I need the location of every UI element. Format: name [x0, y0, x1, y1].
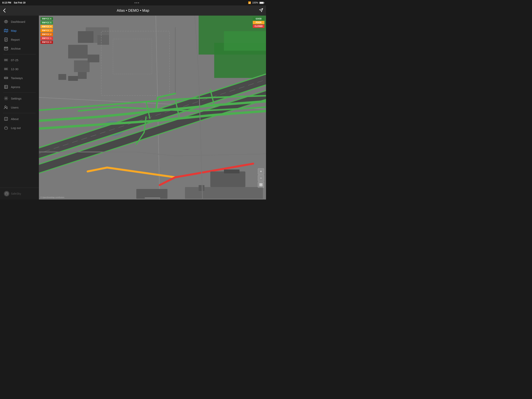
sidebar-nav: Dashboard Map: [0, 16, 39, 188]
legend-rwycc2: RWYCC 2: [40, 33, 53, 36]
sidebar-item-dashboard[interactable]: Dashboard: [0, 17, 39, 26]
legend-rwycc5: RWYCC 5: [40, 21, 53, 24]
map-icon: [4, 28, 8, 33]
status-time-date: 8:13 PM Sat Feb 19: [2, 1, 25, 4]
sidebar-label-aprons: Aprons: [11, 85, 20, 89]
users-icon: [4, 105, 8, 109]
sidebar-item-rwy-07-25[interactable]: 07-25: [0, 56, 39, 64]
map-area[interactable]: RWYCC 6 RWYCC 5 RWYCC 4 RWYCC 3 RWYCC 2 …: [39, 16, 266, 200]
sidebar-label-rwy-12-30: 12-30: [11, 67, 18, 71]
status-good: GOOD: [253, 17, 265, 20]
send-button[interactable]: [259, 8, 263, 13]
sidebar-label-settings: Settings: [11, 97, 21, 100]
svg-rect-40: [74, 60, 89, 72]
sidebar-label-about: About: [11, 117, 19, 121]
svg-rect-64: [261, 183, 262, 185]
svg-rect-58: [210, 171, 245, 187]
battery-percent: 100%: [252, 1, 258, 4]
apron-icon: [4, 85, 8, 89]
svg-rect-46: [224, 31, 266, 51]
svg-rect-8: [4, 47, 8, 48]
svg-rect-38: [97, 35, 109, 45]
sidebar-item-report[interactable]: Report: [0, 35, 39, 44]
svg-rect-62: [199, 185, 204, 191]
info-icon: [4, 117, 8, 121]
svg-rect-66: [261, 185, 262, 186]
svg-rect-65: [260, 185, 261, 186]
title-bar: Atlas • DEMO • Map: [0, 6, 266, 16]
sidebar-label-report: Report: [11, 38, 20, 41]
status-closed: CLOSED: [253, 25, 265, 28]
svg-rect-63: [260, 183, 261, 185]
status-legend: GOOD POOR CLOSED: [253, 17, 265, 28]
sidebar-label-users: Users: [11, 106, 19, 109]
sidebar-item-logout[interactable]: Log out: [0, 123, 39, 132]
sidebar: Dashboard Map: [0, 16, 39, 200]
rwycc-legend: RWYCC 6 RWYCC 5 RWYCC 4 RWYCC 3 RWYCC 2 …: [40, 17, 53, 44]
status-center-dots: [134, 2, 139, 3]
back-button[interactable]: [3, 8, 6, 13]
sidebar-label-archive: Archive: [11, 47, 21, 50]
sidebar-label-logout: Log out: [11, 126, 21, 129]
svg-rect-3: [5, 38, 7, 41]
zoom-out-button[interactable]: −: [258, 175, 264, 181]
sidebar-item-settings[interactable]: Settings: [0, 94, 39, 103]
svg-rect-60: [185, 187, 263, 199]
sidebar-label-rwy-07-25: 07-25: [11, 58, 18, 62]
svg-rect-61: [136, 189, 167, 199]
svg-rect-48: [58, 74, 66, 80]
svg-point-30: [6, 98, 7, 99]
time: 8:13 PM: [2, 1, 11, 4]
power-icon: [4, 126, 8, 130]
map-view-button[interactable]: [258, 182, 264, 188]
gear-icon: [4, 96, 8, 101]
safesky-logo: SafeSky: [4, 191, 21, 196]
map-attribution: © OpenStreetMap contributors: [40, 196, 64, 198]
nav-divider-1: [3, 54, 36, 54]
sidebar-item-rwy-12-30[interactable]: 12-30: [0, 64, 39, 73]
svg-rect-37: [78, 31, 94, 43]
sidebar-footer: SafeSky: [0, 188, 39, 200]
zoom-controls: + −: [258, 168, 264, 188]
doc-icon: [4, 37, 8, 42]
svg-rect-59: [224, 169, 240, 174]
taxiway-icon: [4, 76, 8, 80]
svg-point-31: [5, 106, 6, 107]
sidebar-item-archive[interactable]: Archive: [0, 44, 39, 53]
eye-icon: [4, 19, 8, 24]
safesky-logo-icon: [4, 191, 9, 196]
svg-rect-49: [68, 76, 78, 81]
legend-rwycc1: RWYCC 1: [40, 37, 53, 40]
sidebar-item-about[interactable]: About: [0, 114, 39, 123]
legend-rwycc6: RWYCC 6: [40, 17, 53, 20]
runway-icon-1: [4, 58, 8, 62]
svg-rect-50: [78, 72, 87, 79]
safesky-label: SafeSky: [11, 192, 21, 195]
svg-rect-39: [68, 45, 88, 58]
sidebar-item-map[interactable]: Map: [0, 26, 39, 35]
sidebar-label-dashboard: Dashboard: [11, 20, 25, 23]
sidebar-item-users[interactable]: Users: [0, 103, 39, 112]
legend-rwycc3: RWYCC 3: [40, 29, 53, 32]
main-content: Dashboard Map: [0, 16, 266, 200]
archive-icon: [4, 46, 8, 51]
sidebar-label-map: Map: [11, 29, 17, 32]
zoom-in-button[interactable]: +: [258, 168, 264, 174]
runway-icon-2: [4, 67, 8, 71]
svg-point-0: [6, 21, 7, 22]
legend-rwycc4: RWYCC 4: [40, 25, 53, 28]
sidebar-item-aprons[interactable]: Aprons: [0, 82, 39, 91]
status-bar: 8:13 PM Sat Feb 19 📶 100%: [0, 0, 266, 6]
sidebar-item-taxiways[interactable]: Taxiways: [0, 73, 39, 82]
svg-point-34: [6, 118, 6, 118]
scroll-indicator: [145, 198, 160, 198]
battery-icon: [259, 2, 264, 4]
page-title: Atlas • DEMO • Map: [117, 9, 149, 13]
svg-rect-41: [88, 55, 99, 62]
legend-rwycc0: RWYCC 0: [40, 40, 53, 44]
status-indicators: 📶 100%: [248, 1, 264, 4]
date: Sat Feb 19: [14, 1, 25, 4]
svg-rect-26: [5, 85, 8, 89]
wifi-icon: 📶: [248, 1, 251, 4]
sidebar-label-taxiways: Taxiways: [11, 76, 23, 80]
